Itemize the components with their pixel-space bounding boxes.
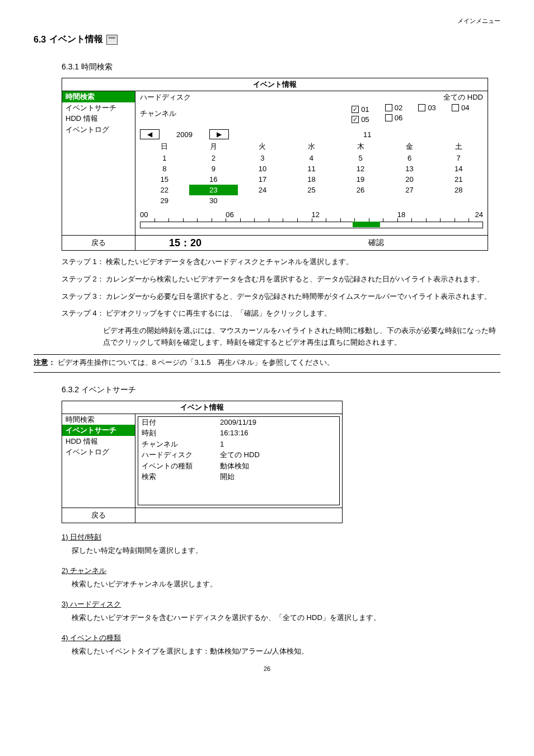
channel-checkboxes: ✓01 02 03 04 ✓05 06 bbox=[352, 104, 483, 124]
sidebar-item-event-log[interactable]: イベントログ bbox=[62, 124, 135, 135]
checkbox-empty-icon bbox=[385, 104, 392, 111]
step-3: ステップ 3： カレンダーから必要な日を選択すると、データが記録された時間帯がタ… bbox=[62, 291, 500, 303]
timeline[interactable]: 00 06 12 18 24 bbox=[140, 210, 483, 232]
sub-title: 時間検索 bbox=[81, 62, 113, 71]
sidebar-item-time-search[interactable]: 時間検索 bbox=[62, 414, 135, 425]
checkbox-checked-icon: ✓ bbox=[352, 116, 359, 123]
cal-day[interactable] bbox=[336, 195, 385, 206]
cal-day[interactable]: 3 bbox=[238, 153, 287, 163]
checkbox-empty-icon bbox=[385, 114, 392, 121]
sub-num: 6.3.2 bbox=[62, 385, 79, 394]
cal-day[interactable]: 28 bbox=[434, 185, 483, 195]
cal-day[interactable]: 21 bbox=[434, 174, 483, 185]
timeline-highlight[interactable] bbox=[353, 222, 380, 227]
time-label: 時刻 bbox=[142, 428, 220, 439]
event-type-value[interactable]: 動体検知 bbox=[220, 461, 249, 472]
cal-day[interactable]: 26 bbox=[336, 185, 385, 195]
checkbox-empty-icon bbox=[418, 104, 425, 111]
search-params: 日付2009/11/19 時刻16:13:16 チャンネル1 ハードディスク全て… bbox=[138, 416, 340, 505]
cal-day[interactable]: 18 bbox=[287, 174, 336, 185]
section-title: イベント情報 bbox=[49, 34, 103, 45]
hdd-value[interactable]: 全ての HDD bbox=[220, 449, 260, 461]
hdd-label: ハードディスク bbox=[140, 92, 202, 102]
cal-day[interactable]: 20 bbox=[385, 174, 434, 185]
window-title: イベント情報 bbox=[62, 78, 488, 91]
search-start-button[interactable]: 開始 bbox=[220, 471, 235, 482]
tl-06: 06 bbox=[226, 210, 233, 219]
cal-day[interactable]: 17 bbox=[238, 174, 287, 185]
cal-day[interactable]: 16 bbox=[189, 174, 238, 185]
sidebar-item-event-log[interactable]: イベントログ bbox=[62, 447, 135, 458]
tl-24: 24 bbox=[475, 210, 483, 219]
timeline-bar[interactable] bbox=[140, 222, 483, 228]
step-2: ステップ 2： カレンダーから検索したいビデオデータを含む月を選択すると、データ… bbox=[62, 274, 500, 285]
cal-day[interactable]: 8 bbox=[140, 163, 189, 174]
calendar: 日 月 火 水 木 金 土 1 2 3 4 5 6 7 bbox=[140, 140, 483, 206]
side-menu: 時間検索 イベントサーチ HDD 情報 イベントログ bbox=[62, 91, 135, 235]
cal-day[interactable]: 1 bbox=[140, 153, 189, 163]
ch-label: 05 bbox=[361, 115, 369, 124]
note-label: 注意： bbox=[34, 358, 55, 367]
cal-day[interactable]: 15 bbox=[140, 174, 189, 185]
cal-day[interactable]: 12 bbox=[336, 163, 385, 174]
cal-day[interactable] bbox=[385, 195, 434, 206]
tl-18: 18 bbox=[397, 210, 405, 219]
cal-day[interactable]: 9 bbox=[189, 163, 238, 174]
cal-day[interactable]: 11 bbox=[287, 163, 336, 174]
back-button[interactable]: 戻る bbox=[62, 508, 135, 523]
cal-day[interactable]: 22 bbox=[140, 185, 189, 195]
confirm-button[interactable]: 確認 bbox=[298, 236, 488, 250]
cal-day[interactable]: 30 bbox=[189, 195, 238, 206]
ch-label: 02 bbox=[395, 104, 402, 112]
ch-06[interactable]: 06 bbox=[385, 114, 416, 122]
cal-day[interactable] bbox=[238, 195, 287, 206]
cal-day[interactable]: 27 bbox=[385, 185, 434, 195]
cal-day[interactable]: 14 bbox=[434, 163, 483, 174]
cal-day-selected[interactable]: 23 bbox=[189, 185, 238, 195]
cal-day[interactable] bbox=[434, 195, 483, 206]
event-info-icon bbox=[106, 35, 118, 45]
tl-00: 00 bbox=[140, 210, 148, 219]
time-value[interactable]: 16:13:16 bbox=[220, 428, 249, 439]
cal-day[interactable]: 5 bbox=[336, 153, 385, 163]
cal-day[interactable]: 4 bbox=[287, 153, 336, 163]
channel-value[interactable]: 1 bbox=[220, 439, 224, 450]
hdd-value[interactable]: 全ての HDD bbox=[443, 92, 483, 102]
search-label: 検索 bbox=[142, 471, 220, 482]
window-title: イベント情報 bbox=[62, 401, 342, 414]
side-menu: 時間検索 イベントサーチ HDD 情報 イベントログ bbox=[62, 414, 135, 508]
opt-2-body: 検索したいビデオチャンネルを選択します。 bbox=[72, 578, 500, 590]
sidebar-item-time-search[interactable]: 時間検索 bbox=[62, 91, 135, 102]
cal-day[interactable]: 25 bbox=[287, 185, 336, 195]
cal-day[interactable]: 2 bbox=[189, 153, 238, 163]
opt-1-title: 1) 日付/時刻 bbox=[62, 533, 101, 541]
step-4b: ビデオ再生の開始時刻を選ぶには、マウスカーソルをハイライトされた時間に移動し、下… bbox=[62, 325, 500, 349]
cal-head: 月 bbox=[189, 140, 238, 153]
cal-day[interactable]: 13 bbox=[385, 163, 434, 174]
opt-3-body: 検索したいビデオデータを含むハードディスクを選択するか、「全ての HDD」を選択… bbox=[72, 612, 500, 624]
date-value[interactable]: 2009/11/19 bbox=[220, 417, 256, 428]
cal-day[interactable]: 6 bbox=[385, 153, 434, 163]
cal-day[interactable]: 19 bbox=[336, 174, 385, 185]
next-year-button[interactable]: ▶ bbox=[209, 129, 229, 139]
cal-day[interactable]: 10 bbox=[238, 163, 287, 174]
checkbox-empty-icon bbox=[452, 104, 459, 111]
cal-day[interactable]: 29 bbox=[140, 195, 189, 206]
ch-03[interactable]: 03 bbox=[418, 104, 449, 112]
option-list: 1) 日付/時刻 探したい特定な時刻期間を選択します。 2) チャンネル 検索し… bbox=[62, 531, 500, 658]
sidebar-item-hdd-info[interactable]: HDD 情報 bbox=[62, 113, 135, 124]
ch-05[interactable]: ✓05 bbox=[352, 115, 383, 124]
cal-day[interactable]: 7 bbox=[434, 153, 483, 163]
cal-day[interactable] bbox=[287, 195, 336, 206]
ch-04[interactable]: 04 bbox=[452, 104, 483, 112]
cal-day[interactable]: 24 bbox=[238, 185, 287, 195]
ch-label: 06 bbox=[395, 114, 402, 122]
sidebar-item-event-search[interactable]: イベントサーチ bbox=[62, 102, 135, 114]
sidebar-item-hdd-info[interactable]: HDD 情報 bbox=[62, 436, 135, 447]
back-button[interactable]: 戻る bbox=[62, 236, 135, 250]
ch-02[interactable]: 02 bbox=[385, 104, 416, 112]
prev-year-button[interactable]: ◀ bbox=[140, 129, 160, 139]
ch-01[interactable]: ✓01 bbox=[352, 105, 383, 114]
sidebar-item-event-search[interactable]: イベントサーチ bbox=[62, 425, 135, 436]
note-body: ビデオ再生操作については、8 ページの「3.1.5 再生パネル」を参照してくださ… bbox=[55, 358, 334, 367]
